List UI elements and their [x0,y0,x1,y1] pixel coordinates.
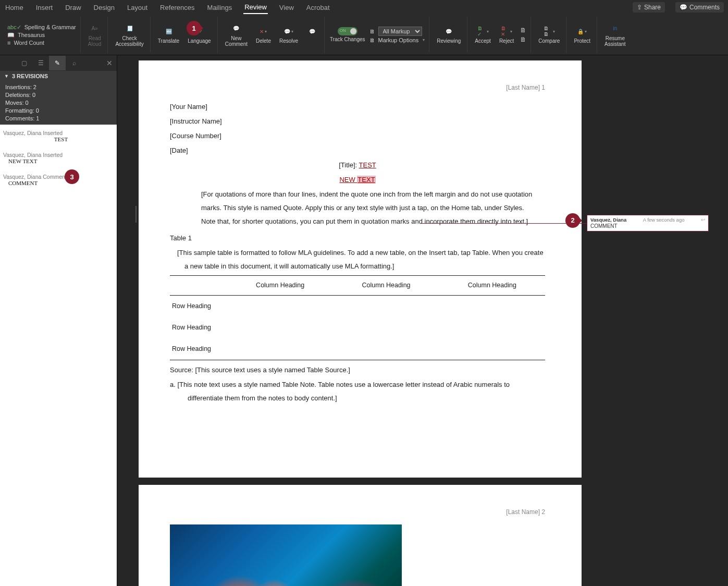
change-bar [135,206,137,223]
accessibility-icon: 🧾 [124,23,135,34]
revision-text: COMMENT [3,180,114,186]
tab-view[interactable]: View [278,2,295,14]
row-heading: Row Heading [170,338,227,360]
track-changes-toggle[interactable]: ON [338,27,357,35]
column-heading: Column Heading [227,276,333,296]
reject-button[interactable]: 🗎✕▾ Reject [497,25,516,45]
revision-item[interactable]: Vasquez, Diana Commented COMMENT [1,172,116,188]
page-1[interactable]: [Last Name] 1 [Your Name] [Instructor Na… [139,60,582,478]
resolve-button[interactable]: 💬▾ Resolve [277,25,300,45]
sample-table[interactable]: Column Heading Column Heading Column Hea… [170,275,545,360]
document-area[interactable]: [Last Name] 1 [Your Name] [Instructor Na… [117,55,728,586]
check-accessibility-button[interactable]: 🧾 CheckAccessibility [113,22,145,48]
title-line[interactable]: [Title]: TEST [170,158,545,172]
count-icon: ≡ [7,40,10,46]
table-description[interactable]: [This sample table is formatted to follo… [177,246,545,273]
close-sidebar-button[interactable]: ✕ [106,59,113,67]
compare-button[interactable]: 🗎🗎▾ Compare [536,25,562,45]
callout-1: 1 [187,21,201,35]
revisions-stats: Insertions: 2 Deletions: 0 Moves: 0 Form… [0,81,117,125]
revision-item[interactable]: Vasquez, Diana Inserted TEST [1,128,116,144]
new-comment-button[interactable]: 💬 NewComment [223,22,250,48]
word-count-button[interactable]: ≡Word Count [7,40,44,46]
table-note[interactable]: a. [This note text uses a style named Ta… [170,378,545,405]
revision-text: NEW TEXT [3,158,114,164]
new-text-line[interactable]: NEW TEXT [170,173,545,187]
thesaurus-button[interactable]: 📖Thesaurus [7,32,45,39]
instructor-field[interactable]: [Instructor Name] [170,115,545,128]
outline-icon: ☰ [38,59,44,67]
markup-options-button[interactable]: 🗎 Markup Options ▾ [369,37,425,43]
share-icon: ⇪ [637,4,642,11]
quote-block[interactable]: [For quotations of more than four lines,… [170,188,545,228]
compare-icon: 🗎🗎▾ [544,26,555,37]
reply-icon[interactable]: ↩ [701,217,705,223]
read-aloud-button[interactable]: A» ReadAloud [86,22,104,48]
share-label: Share [644,4,661,11]
search-tab[interactable]: ⌕ [66,56,82,70]
comment-author: Vasquez, Diana [590,217,626,223]
comment-balloon[interactable]: 2 Vasquez, Diana A few seconds ago ↩ COM… [587,215,709,231]
date-field[interactable]: [Date] [170,144,545,157]
title-prefix: [Title]: [339,161,359,169]
your-name-field[interactable]: [Your Name] [170,100,545,114]
running-head: [Last Name] 1 [170,81,545,94]
comments-button[interactable]: 💬 Comments [675,2,724,13]
outline-tab[interactable]: ☰ [32,56,49,70]
tab-references[interactable]: References [159,2,195,14]
delete-label: Delete [256,38,271,44]
protect-button[interactable]: 🔒▾ Protect [572,25,593,45]
table-caption[interactable]: Table 1 [170,231,545,245]
page-2[interactable]: [Last Name] 2 [139,485,582,586]
accessibility-label: CheckAccessibility [115,35,143,47]
spelling-grammar-button[interactable]: abc✓Spelling & Grammar [7,24,76,31]
revisions-header[interactable]: ▼ 3 REVISIONS [0,71,117,81]
table-source[interactable]: Source: [This source text uses a style n… [170,363,545,377]
pane-icon: 💬 [443,26,454,37]
share-button[interactable]: ⇪ Share [633,2,665,13]
close-icon: ✕ [106,59,113,67]
column-heading: Column Heading [333,276,439,296]
new-comment-icon: 💬 [230,23,242,34]
tab-acrobat[interactable]: Acrobat [305,2,331,14]
revision-item[interactable]: Vasquez, Diana Inserted NEW TEXT [1,150,116,166]
stat-moves: Moves: 0 [5,99,112,107]
readaloud-label: ReadAloud [88,35,102,47]
thumbnails-tab[interactable]: ▢ [16,56,32,70]
comments-label: Comments [689,4,720,11]
tab-layout[interactable]: Layout [126,2,149,14]
tab-mailings[interactable]: Mailings [206,2,233,14]
newcomment-label: NewComment [225,35,248,47]
accept-label: Accept [475,38,491,44]
tab-draw[interactable]: Draw [64,2,82,14]
reviewing-pane-button[interactable]: 💬 Reviewing [435,25,463,45]
chevron-down-icon: ▾ [423,38,425,42]
next-comment-button[interactable]: 💬 [304,25,320,45]
row-heading: Row Heading [170,296,227,318]
wordcount-label: Word Count [14,40,44,46]
coral-reef-image[interactable] [170,524,402,586]
delete-comment-button[interactable]: ✕▾ Delete [254,25,273,45]
stat-deletions: Deletions: 0 [5,91,112,99]
tab-home[interactable]: Home [4,2,24,14]
accept-button[interactable]: 🗎✓▾ Accept [473,25,493,45]
row-heading: Row Heading [170,317,227,338]
tab-insert[interactable]: Insert [35,2,54,14]
running-head: [Last Name] 2 [170,506,545,518]
prev-change-button[interactable]: 🗎 [520,27,526,34]
resume-assistant-button[interactable]: in ResumeAssistant [602,22,628,48]
course-field[interactable]: [Course Number] [170,129,545,143]
tab-design[interactable]: Design [93,2,116,14]
translate-button[interactable]: 🔤 Translate [156,25,181,45]
abc-icon: abc✓ [7,24,21,31]
page-icon: 🗎 [369,28,375,34]
next-change-button[interactable]: 🗎 [520,36,526,43]
revisions-tab[interactable]: ✎ [49,56,66,70]
comment-time: A few seconds ago [643,217,685,223]
reject-label: Reject [499,38,514,44]
stat-formatting: Formatting: 0 [5,107,112,115]
menu-bar: Home Insert Draw Design Layout Reference… [0,0,728,15]
markup-display-select[interactable]: All Markup [378,27,422,36]
tab-review[interactable]: Review [243,1,268,14]
search-icon: ⌕ [72,59,76,67]
